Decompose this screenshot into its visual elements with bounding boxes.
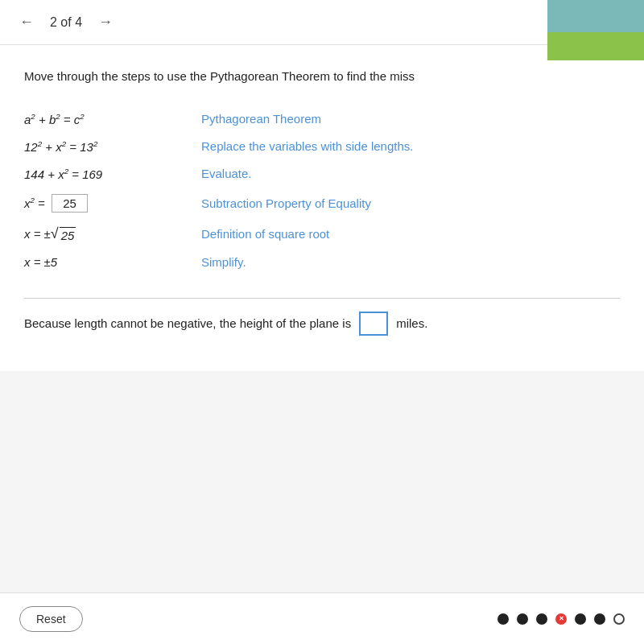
dot-3 bbox=[536, 613, 547, 625]
answer-box-25: 25 bbox=[52, 194, 88, 213]
instruction-text: Move through the steps to use the Pythag… bbox=[24, 68, 620, 86]
conclusion-suffix: miles. bbox=[396, 314, 427, 333]
back-arrow[interactable]: ← bbox=[13, 10, 40, 34]
step-math-4: x2 = 25 bbox=[24, 194, 201, 213]
dots-container bbox=[497, 613, 625, 625]
conclusion-prefix: Because length cannot be negative, the h… bbox=[24, 314, 351, 333]
step-row-2: 122 + x2 = 132 Replace the variables wit… bbox=[24, 133, 620, 160]
page-counter: 2 of 4 bbox=[50, 15, 82, 30]
green-block bbox=[547, 32, 644, 60]
step-row-1: a2 + b2 = c2 Pythagorean Theorem bbox=[24, 105, 620, 133]
step-math-3: 144 + x2 = 169 bbox=[24, 167, 201, 181]
dot-2 bbox=[517, 613, 528, 625]
step-math-2: 122 + x2 = 132 bbox=[24, 139, 201, 154]
step-math-5: x = ±√25 bbox=[24, 225, 201, 242]
forward-arrow[interactable]: → bbox=[92, 10, 119, 34]
steps-table: a2 + b2 = c2 Pythagorean Theorem 122 + x… bbox=[24, 105, 620, 275]
step-row-6: x = ±5 Simplify. bbox=[24, 249, 620, 275]
dot-5 bbox=[575, 613, 586, 625]
step-description-4: Subtraction Property of Equality bbox=[201, 196, 620, 210]
bottom-bar: Reset bbox=[0, 592, 644, 644]
main-content: Move through the steps to use the Pythag… bbox=[0, 45, 644, 371]
teal-block bbox=[547, 0, 644, 32]
dot-6 bbox=[594, 613, 605, 625]
step-description-1: Pythagorean Theorem bbox=[201, 112, 620, 126]
color-blocks-decoration bbox=[547, 0, 644, 89]
white-block bbox=[547, 60, 644, 89]
step-row-4: x2 = 25 Subtraction Property of Equality bbox=[24, 188, 620, 219]
step-row-3: 144 + x2 = 169 Evaluate. bbox=[24, 160, 620, 188]
step-row-5: x = ±√25 Definition of square root bbox=[24, 219, 620, 249]
reset-button[interactable]: Reset bbox=[19, 606, 83, 632]
dot-7-current bbox=[613, 613, 625, 625]
step-math-1: a2 + b2 = c2 bbox=[24, 112, 201, 126]
conclusion-text: Because length cannot be negative, the h… bbox=[24, 312, 620, 336]
step-description-3: Evaluate. bbox=[201, 167, 620, 180]
step-description-5: Definition of square root bbox=[201, 227, 620, 241]
dot-1 bbox=[497, 613, 509, 625]
divider bbox=[24, 298, 620, 299]
dot-4-error bbox=[555, 613, 567, 625]
conclusion-answer-box[interactable] bbox=[359, 312, 388, 336]
step-math-6: x = ±5 bbox=[24, 255, 201, 269]
step-description-6: Simplify. bbox=[201, 255, 620, 269]
step-description-2: Replace the variables with side lengths. bbox=[201, 139, 620, 153]
